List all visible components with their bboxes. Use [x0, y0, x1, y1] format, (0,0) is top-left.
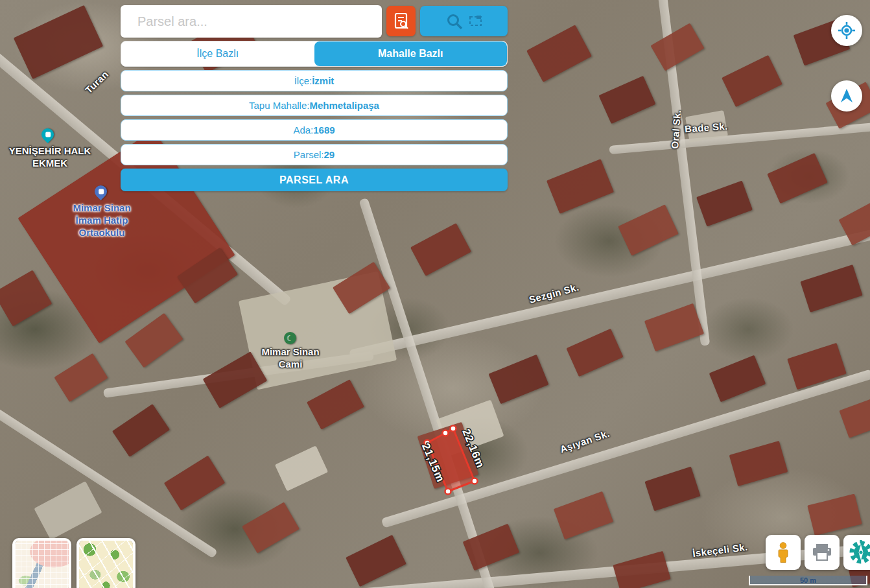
parcel-search-panel: İlçe Bazlı Mahalle Bazlı İlçe:İzmit Tapu…	[121, 5, 508, 191]
field-tapu-mahalle-label: Tapu Mahalle:	[249, 100, 309, 111]
magnifier-icon	[445, 12, 464, 30]
scale-bar-text: 50 m	[800, 576, 816, 584]
app-logo-button[interactable]	[843, 535, 870, 570]
map-search-button[interactable]	[420, 6, 508, 36]
field-parsel-label: Parsel:	[294, 149, 324, 160]
map-viewport[interactable]: 22,16m 21,15m Turan Sezgin Sk. Aşıyan Sk…	[0, 0, 870, 588]
terrain-map-preview	[79, 541, 133, 588]
streets-map-preview	[15, 541, 69, 588]
field-ilce-label: İlçe:	[294, 75, 312, 86]
tab-mahalle-bazli[interactable]: Mahalle Bazlı	[314, 41, 508, 66]
field-ilce-value: İzmit	[312, 75, 334, 86]
search-mode-tabs: İlçe Bazlı Mahalle Bazlı	[121, 41, 508, 67]
field-parsel[interactable]: Parsel:29	[121, 144, 508, 165]
tab-ilce-bazli[interactable]: İlçe Bazlı	[121, 41, 314, 66]
select-area-icon	[469, 15, 483, 28]
street-view-button[interactable]	[766, 535, 801, 570]
mosque-pin-icon: ☾	[284, 332, 296, 344]
printer-icon	[811, 543, 833, 562]
gear-compass-logo-icon	[849, 540, 870, 565]
geolocate-button[interactable]	[831, 15, 862, 46]
field-tapu-mahalle-value: Mehmetalipaşa	[309, 100, 379, 111]
basemap-thumbnail-terrain[interactable]	[76, 538, 135, 588]
field-tapu-mahalle[interactable]: Tapu Mahalle:Mehmetalipaşa	[121, 95, 508, 116]
parcel-search-input[interactable]	[121, 5, 382, 38]
field-ada-label: Ada:	[293, 124, 313, 135]
field-ilce[interactable]: İlçe:İzmit	[121, 70, 508, 91]
poi-label-mimar-sinan-ortaokulu: Mimar Sinan İmam Hatip Ortaokulu	[64, 202, 140, 239]
field-ada[interactable]: Ada:1689	[121, 119, 508, 141]
pegman-icon	[773, 541, 793, 563]
north-arrow-button[interactable]	[831, 80, 862, 112]
document-search-button[interactable]	[386, 6, 416, 36]
field-parsel-value: 29	[324, 149, 335, 160]
parsel-ara-button[interactable]: PARSEL ARA	[121, 169, 508, 191]
north-arrow-icon	[838, 88, 855, 104]
scale-bar: 50 m	[749, 576, 867, 585]
poi-label-mimar-sinan-cami: Mimar Sinan Cami	[259, 346, 322, 371]
gps-crosshair-icon	[838, 21, 856, 40]
basemap-thumbnail-streets[interactable]	[12, 538, 71, 588]
print-button[interactable]	[805, 535, 840, 570]
poi-label-yenisehir-halk-ekmek: YENİŞEHİR HALK EKMEK	[5, 145, 95, 170]
field-ada-value: 1689	[313, 124, 335, 135]
document-search-icon	[393, 12, 410, 30]
